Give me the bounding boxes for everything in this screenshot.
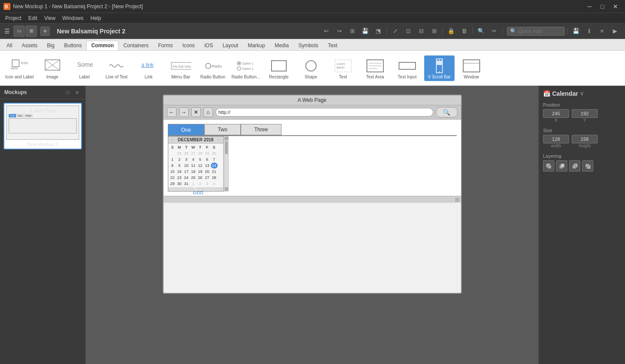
cal-cell-5-0[interactable]: 29: [169, 181, 176, 187]
lock-button[interactable]: 🔒: [445, 26, 457, 37]
height-input[interactable]: [572, 135, 598, 143]
search-nav-button[interactable]: 🔍: [436, 107, 458, 117]
cal-cell-5-3[interactable]: 1: [190, 181, 197, 187]
minimize-button[interactable]: ─: [583, 0, 596, 13]
clone-button[interactable]: ⊞: [347, 26, 358, 37]
menu-windows[interactable]: Windows: [59, 14, 87, 22]
menu-view[interactable]: View: [41, 14, 59, 22]
cal-cell-4-1[interactable]: 23: [176, 175, 183, 181]
send-backward-button[interactable]: [569, 160, 580, 172]
position-y-input[interactable]: [572, 109, 598, 118]
cal-cell-0-2[interactable]: 26: [183, 150, 190, 156]
tab-markup[interactable]: Markup: [243, 41, 270, 50]
tab-assets[interactable]: Assets: [17, 41, 42, 50]
mockups-menu-icon[interactable]: ≡: [73, 88, 81, 96]
cal-cell-1-5[interactable]: 6: [204, 156, 211, 162]
comp-icon-and-label[interactable]: Icon Name Icon and Label: [3, 55, 36, 81]
bring-to-front-button[interactable]: [543, 160, 554, 172]
scrollbar-up-arrow[interactable]: ▲: [225, 137, 228, 140]
search-button[interactable]: 🔍: [475, 26, 487, 37]
crop-button[interactable]: ✂: [488, 26, 500, 37]
home-button[interactable]: ⌂: [203, 107, 213, 117]
tab-buttons[interactable]: Buttons: [59, 41, 87, 50]
cal-cell-3-4[interactable]: 19: [197, 169, 204, 175]
cal-cell-2-2[interactable]: 10: [183, 162, 190, 169]
cal-cell-3-5[interactable]: 20: [204, 169, 211, 175]
cal-cell-4-3[interactable]: 25: [190, 175, 197, 181]
save-project-button[interactable]: 💾: [570, 26, 582, 37]
comp-text[interactable]: Lorem ipsum Text: [328, 55, 358, 81]
cal-cell-3-0[interactable]: 15: [169, 169, 176, 175]
menu-project[interactable]: Project: [2, 14, 25, 22]
cal-cell-3-2[interactable]: 17: [183, 169, 190, 175]
tab-symbols[interactable]: Symbols: [294, 41, 323, 50]
group-button[interactable]: ⊡: [402, 26, 414, 37]
cal-cell-0-3[interactable]: 27: [190, 150, 197, 156]
cal-cell-4-0[interactable]: 22: [169, 175, 176, 181]
tab-one[interactable]: One: [168, 124, 205, 135]
back-button[interactable]: ←: [167, 107, 177, 117]
scrollbar-down-arrow[interactable]: ▼: [225, 187, 228, 191]
cal-cell-3-6[interactable]: 21: [211, 169, 218, 175]
cal-cell-5-5[interactable]: 3: [204, 181, 211, 187]
add-mockup-button[interactable]: +: [40, 26, 50, 36]
close-button[interactable]: ✕: [609, 0, 622, 13]
align-button[interactable]: ⊞: [429, 26, 440, 37]
menu-edit[interactable]: Edit: [25, 14, 41, 22]
handle-right[interactable]: [200, 192, 203, 194]
cal-cell-5-6[interactable]: 4: [211, 181, 218, 187]
tab-text[interactable]: Text: [323, 41, 342, 50]
cal-cell-4-5[interactable]: 27: [204, 175, 211, 181]
play-button[interactable]: ▶: [609, 26, 621, 37]
comp-text-input[interactable]: Text Input: [392, 55, 422, 81]
close-nav-button[interactable]: ✕: [191, 107, 201, 117]
calendar-resize-handle[interactable]: ⬜: [168, 188, 223, 191]
cal-cell-0-4[interactable]: 28: [197, 150, 204, 156]
cal-cell-5-2[interactable]: 31: [183, 181, 190, 187]
quick-add-input[interactable]: [518, 28, 562, 34]
comp-line-of-text[interactable]: Line of Text: [101, 55, 132, 81]
mockups-add-icon[interactable]: □: [64, 88, 72, 96]
grid-view-button[interactable]: ⊞: [26, 26, 37, 37]
cal-cell-0-0[interactable]: [169, 150, 176, 156]
comp-link[interactable]: a link Link: [134, 55, 164, 81]
tab-three[interactable]: Three: [241, 124, 281, 135]
tab-two[interactable]: Two: [204, 124, 241, 135]
comp-text-area[interactable]: Text Area: [360, 55, 390, 81]
send-to-back-button[interactable]: [582, 160, 593, 172]
tab-media[interactable]: Media: [270, 41, 294, 50]
delete-button[interactable]: 🗑: [458, 26, 470, 37]
comp-radio-button[interactable]: Radio Radio Button: [198, 55, 228, 81]
canvas-area[interactable]: A Web Page ← → ✕ ⌂ 🔍 One Two Three: [86, 86, 538, 364]
tab-big[interactable]: Big: [42, 41, 59, 50]
comp-label[interactable]: Some text Label: [69, 55, 100, 81]
cal-cell-2-6[interactable]: 14: [211, 162, 218, 169]
cal-cell-2-3[interactable]: 11: [190, 162, 197, 169]
cal-cell-0-1[interactable]: 25: [176, 150, 183, 156]
forward-button[interactable]: →: [179, 107, 189, 117]
tab-layout[interactable]: Layout: [218, 41, 243, 50]
cal-cell-2-0[interactable]: 8: [169, 162, 176, 169]
cal-cell-3-1[interactable]: 16: [176, 169, 183, 175]
comp-menu-bar[interactable]: File Edit View Menu Bar: [166, 55, 196, 81]
handle-center[interactable]: [197, 192, 200, 194]
cal-cell-4-2[interactable]: 24: [183, 175, 190, 181]
cal-cell-1-4[interactable]: 5: [197, 156, 204, 162]
comp-window[interactable]: Window: [456, 55, 487, 81]
comp-image[interactable]: Image: [37, 55, 68, 81]
cal-cell-2-4[interactable]: 12: [197, 162, 204, 169]
position-x-input[interactable]: [543, 109, 569, 118]
cal-cell-2-1[interactable]: 9: [176, 162, 183, 169]
cal-cell-4-4[interactable]: 26: [197, 175, 204, 181]
bring-forward-button[interactable]: [556, 160, 567, 172]
export-button[interactable]: ⬔: [373, 26, 384, 37]
cal-cell-4-6[interactable]: 28: [211, 175, 218, 181]
comp-radio-button-group[interactable]: Option 1 Option 2 Radio Button...: [230, 55, 262, 81]
move-button[interactable]: ⤢: [389, 26, 401, 37]
cal-cell-1-1[interactable]: 2: [176, 156, 183, 162]
calendar-prev[interactable]: ◀: [170, 137, 173, 142]
cal-cell-0-6[interactable]: 30: [211, 150, 218, 156]
cal-cell-2-5[interactable]: 13: [204, 162, 211, 169]
ungroup-button[interactable]: ⊟: [416, 26, 427, 37]
cal-cell-5-1[interactable]: 30: [176, 181, 183, 187]
